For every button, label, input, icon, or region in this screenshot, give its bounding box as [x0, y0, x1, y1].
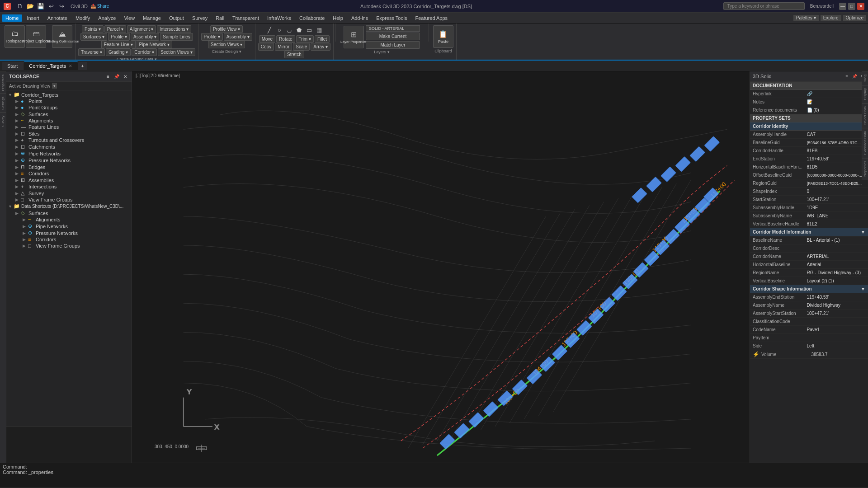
- traverse-btn[interactable]: Traverse ▾: [78, 48, 105, 56]
- tab-start[interactable]: Start: [2, 62, 24, 70]
- feature-line-btn[interactable]: Feature Line ▾: [101, 41, 136, 48]
- tree-item-intersections[interactable]: ▶ + Intersections: [6, 183, 132, 190]
- toolspace-close-btn[interactable]: ✕: [122, 73, 129, 80]
- profile-btn[interactable]: Profile ▾: [108, 33, 130, 41]
- properties-vtab-right[interactable]: Properties: [862, 158, 868, 180]
- menu-infraworks[interactable]: InfraWorks: [264, 14, 295, 22]
- close-button[interactable]: ✕: [857, 3, 864, 10]
- assembly2-btn[interactable]: Assembly ▾: [224, 33, 252, 41]
- menu-featured[interactable]: Featured Apps: [411, 14, 451, 22]
- props-menu-btn[interactable]: ≡: [844, 73, 850, 80]
- assembly-btn[interactable]: Assembly ▾: [131, 33, 159, 41]
- tree-item-turnouts[interactable]: ▶ + Turnouts and Crossovers: [6, 137, 132, 143]
- menu-manage[interactable]: Manage: [139, 14, 165, 22]
- draw-rect-btn[interactable]: ▭: [305, 25, 314, 34]
- toolspace-menu-btn[interactable]: ≡: [104, 73, 112, 80]
- tree-item-sites[interactable]: ▶ ◻ Sites: [6, 130, 132, 137]
- move-btn[interactable]: Move: [259, 35, 275, 43]
- points-btn[interactable]: Points ▾: [82, 25, 104, 33]
- draw-hatch-btn[interactable]: ▦: [315, 25, 324, 34]
- new-btn[interactable]: 🗋: [15, 2, 24, 11]
- minimize-button[interactable]: —: [839, 3, 846, 10]
- match-layer-btn[interactable]: Match Layer: [366, 41, 420, 49]
- props-pin-btn[interactable]: 📌: [851, 73, 858, 80]
- properties-vtab[interactable]: Properties: [0, 71, 6, 94]
- draw-poly-btn[interactable]: ⬟: [295, 25, 304, 34]
- layer-display[interactable]: SOLID - ARTERIAL: [366, 25, 420, 32]
- tree-item-ds-pressure[interactable]: ▶ ⊕ Pressure Networks: [6, 230, 132, 236]
- layer-properties-btn[interactable]: ⊞ Layer Properties: [344, 26, 364, 48]
- grading-btn[interactable]: Grading ▾: [106, 48, 131, 56]
- canvas-area[interactable]: [-][Top][2D Wireframe]: [132, 71, 750, 463]
- toolspace-pin-btn[interactable]: 📌: [113, 73, 120, 80]
- tab-close-icon[interactable]: ✕: [69, 64, 72, 68]
- redo-btn[interactable]: ↪: [57, 2, 66, 11]
- tree-item-pressure-networks[interactable]: ▶ ⊕ Pressure Networks: [6, 157, 132, 164]
- menu-view[interactable]: View: [120, 14, 138, 22]
- tree-item-data-shortcuts[interactable]: ▼ 📁 Data Shortcuts (D:\PROJECTS\WhatsNew…: [6, 203, 132, 210]
- tree-item-corridor-targets[interactable]: ▼ 📁 Corridor_Targets: [6, 91, 132, 98]
- menu-express[interactable]: Express Tools: [373, 14, 410, 22]
- tree-item-ds-alignments[interactable]: ▶ ~ Alignments: [6, 216, 132, 223]
- tree-item-ds-surfaces[interactable]: ▶ ◇ Surfaces: [6, 210, 132, 216]
- tree-item-feature-lines[interactable]: ▶ — Feature Lines: [6, 124, 132, 130]
- documentation-section[interactable]: DOCUMENTATION ▼: [750, 82, 868, 90]
- section-views2-btn[interactable]: Section Views ▾: [208, 41, 245, 48]
- draw-line-btn[interactable]: ╱: [265, 25, 274, 34]
- rotate-btn[interactable]: Rotate: [276, 35, 295, 43]
- menu-annotate[interactable]: Annotate: [44, 14, 71, 22]
- surfaces-btn[interactable]: Surfaces ▾: [80, 33, 107, 41]
- object-data-vtab[interactable]: Object Data: [862, 103, 868, 128]
- tree-item-points[interactable]: ▶ ● Points: [6, 98, 132, 104]
- toolspace-btn[interactable]: 🗂 Toolspace: [5, 25, 25, 48]
- draw-arc-btn[interactable]: ◡: [285, 25, 294, 34]
- menu-survey[interactable]: Survey: [189, 14, 211, 22]
- intersections-btn[interactable]: Intersections ▾: [157, 25, 191, 33]
- maximize-button[interactable]: □: [848, 3, 855, 10]
- menu-addins[interactable]: Add-ins: [348, 14, 372, 22]
- section-views-btn[interactable]: Section Views ▾: [158, 48, 195, 56]
- fillet-btn[interactable]: Fillet: [315, 35, 330, 43]
- menu-output[interactable]: Output: [165, 14, 188, 22]
- property-sets-section[interactable]: PROPERTY SETS ▼: [750, 114, 868, 122]
- corridor-model-info-section[interactable]: Corridor Model Information ▼: [750, 228, 868, 236]
- optimize-btn[interactable]: Optimize: [843, 15, 866, 21]
- profile2-btn[interactable]: Profile ▾: [201, 33, 223, 41]
- menu-modify[interactable]: Modify: [72, 14, 94, 22]
- corridor-shape-info-section[interactable]: Corridor Shape Information ▼: [750, 285, 868, 293]
- menu-transparent[interactable]: Transparent: [229, 14, 263, 22]
- open-btn[interactable]: 📂: [26, 2, 35, 11]
- tree-item-corridors[interactable]: ▶ ≡ Corridors: [6, 170, 132, 177]
- sample-lines-btn[interactable]: Sample Lines: [160, 33, 193, 41]
- tree-item-assemblies[interactable]: ▶ ⊞ Assemblies: [6, 177, 132, 183]
- trim-btn[interactable]: Trim ▾: [296, 35, 314, 43]
- menu-insert[interactable]: Insert: [23, 14, 43, 22]
- mirror-btn[interactable]: Mirror: [275, 43, 292, 51]
- make-current-btn[interactable]: Make Current: [366, 33, 420, 40]
- share-btn[interactable]: 📤 Share: [90, 4, 109, 9]
- display-vtab[interactable]: Display: [862, 85, 868, 103]
- draw-circle-btn[interactable]: ○: [275, 25, 284, 34]
- stretch-btn[interactable]: Stretch: [284, 51, 304, 58]
- array-btn[interactable]: Array ▾: [311, 43, 330, 51]
- tab-add[interactable]: +: [78, 62, 87, 70]
- drawing-select-btn[interactable]: ▾: [52, 83, 57, 89]
- tree-item-ds-corridors[interactable]: ▶ ≡ Corridors: [6, 236, 132, 243]
- survey-vtab[interactable]: Survey: [0, 113, 6, 130]
- cad-canvas[interactable]: 103+00 104+00 105+00 107+00 110+00 113+0…: [132, 71, 750, 463]
- tree-item-catchments[interactable]: ▶ ◻ Catchments: [6, 143, 132, 150]
- undo-btn[interactable]: ↩: [47, 2, 56, 11]
- explore-btn[interactable]: Explore: [821, 15, 841, 21]
- tree-item-ds-pipe-networks[interactable]: ▶ ⊕ Pipe Networks: [6, 223, 132, 230]
- extended-data-vtab[interactable]: Extended Data: [862, 128, 868, 158]
- paste-btn[interactable]: 📋 Paste: [433, 25, 453, 48]
- scale-btn[interactable]: Scale: [293, 43, 310, 51]
- tree-item-bridges[interactable]: ▶ ⊓ Bridges: [6, 164, 132, 170]
- settings-vtab[interactable]: Settings: [0, 94, 6, 113]
- corridor-btn[interactable]: Corridor ▾: [132, 48, 157, 56]
- tree-item-survey[interactable]: ▶ △ Survey: [6, 190, 132, 197]
- palette-btn[interactable]: Palettes ▾: [793, 15, 819, 21]
- menu-home[interactable]: Home: [2, 14, 22, 22]
- alignments-btn[interactable]: Alignment ▾: [127, 25, 156, 33]
- copy-btn[interactable]: Copy: [258, 43, 274, 51]
